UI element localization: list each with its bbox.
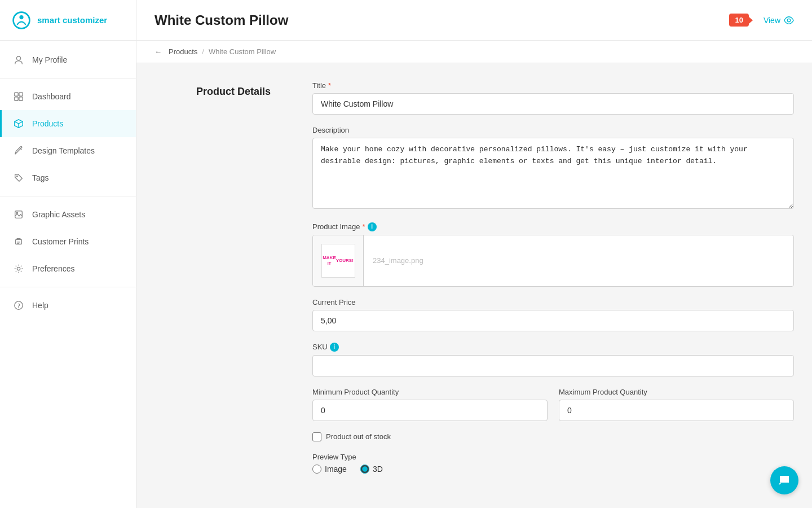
preview-3d-option[interactable]: 3D [360,465,383,474]
page-header: White Custom Pillow 10 View [136,0,812,41]
sidebar: smart customizer My Profile [0,0,136,508]
sku-input[interactable] [312,355,794,376]
image-thumbnail: MAKE IT YOURS! [313,235,364,286]
sidebar-item-customer-prints[interactable]: Customer Prints [0,228,136,255]
svg-rect-14 [782,478,787,479]
title-label: Title * [312,81,794,90]
sidebar-item-my-profile[interactable]: My Profile [0,46,136,73]
max-qty-input[interactable] [559,400,794,421]
sidebar-logo: smart customizer [0,0,136,41]
svg-point-7 [16,176,17,177]
current-price-label: Current Price [312,298,794,306]
thumbnail-preview: MAKE IT YOURS! [321,244,355,278]
sidebar-item-preferences[interactable]: Preferences [0,255,136,282]
svg-rect-3 [15,93,18,96]
preview-type-label: Preview Type [312,453,794,461]
notification-badge[interactable]: 10 [729,14,748,27]
design-icon [13,145,24,156]
user-icon [13,54,24,65]
products-icon [13,118,24,129]
svg-point-2 [16,56,20,60]
preview-3d-radio[interactable] [360,465,369,474]
help-icon [13,300,24,311]
sku-info-icon[interactable]: i [330,343,339,352]
preview-image-radio[interactable] [312,465,321,474]
image-upload-area[interactable]: MAKE IT YOURS! 234_image.png [312,235,794,287]
eye-icon [784,15,794,25]
svg-point-11 [17,267,20,270]
breadcrumb-current-page: White Custom Pillow [209,47,276,56]
main-content: White Custom Pillow 10 View ← Products /… [136,0,812,508]
current-price-input[interactable] [312,310,794,331]
min-qty-input[interactable] [312,400,548,421]
sidebar-item-products[interactable]: Products [0,110,136,137]
image-filename: 234_image.png [364,251,793,270]
tags-icon [13,172,24,183]
product-image-info-icon[interactable]: i [368,222,377,231]
product-details-section-label: Product Details [155,81,312,485]
view-button[interactable]: View [764,15,794,25]
product-form-container: Product Details Title * Description Make… [136,63,812,503]
product-form: Title * Description Make your home cozy … [312,81,794,485]
title-required-star: * [328,81,331,90]
content-area: ← Products / White Custom Pillow Product… [136,41,812,508]
sku-form-group: SKU i [312,343,794,376]
out-of-stock-checkbox[interactable] [312,432,321,441]
sidebar-item-graphic-assets[interactable]: Graphic Assets [0,201,136,228]
min-qty-label: Minimum Product Quantity [312,388,548,396]
current-price-form-group: Current Price [312,298,794,331]
chat-icon [778,474,791,487]
svg-rect-4 [19,93,23,96]
svg-point-13 [787,19,790,21]
chat-button[interactable] [770,466,798,494]
svg-point-0 [14,12,30,28]
sidebar-item-design-templates[interactable]: Design Templates [0,137,136,164]
min-qty-form-group: Minimum Product Quantity [312,388,548,421]
description-label: Description [312,126,794,134]
quantity-row: Minimum Product Quantity Maximum Product… [312,388,794,432]
title-form-group: Title * [312,81,794,115]
dashboard-icon [13,91,24,102]
product-image-form-group: Product Image * i MAKE IT YOURS! 234_ima… [312,222,794,287]
sku-label: SKU i [312,343,794,352]
app-name-label: smart customizer [37,15,107,25]
graphic-icon [13,209,24,220]
breadcrumb-back-arrow[interactable]: ← [155,47,162,56]
product-image-required-star: * [363,222,365,231]
description-form-group: Description Make your home cozy with dec… [312,126,794,211]
app-logo-icon [11,10,32,30]
out-of-stock-label[interactable]: Product out of stock [326,432,391,441]
svg-rect-5 [15,97,18,100]
svg-rect-6 [19,97,23,100]
sidebar-item-tags[interactable]: Tags [0,164,136,191]
description-textarea[interactable]: Make your home cozy with decorative pers… [312,138,794,209]
prints-icon [13,236,24,247]
preview-image-option[interactable]: Image [312,465,347,474]
svg-point-1 [19,15,23,19]
sidebar-nav: My Profile Dashboard [0,41,136,508]
preview-type-radio-group: Image 3D [312,465,794,474]
max-qty-form-group: Maximum Product Quantity [559,388,794,421]
breadcrumb-products-link[interactable]: Products [169,47,197,56]
breadcrumb: ← Products / White Custom Pillow [136,41,812,63]
breadcrumb-separator: / [202,47,204,56]
page-title: White Custom Pillow [155,12,288,28]
max-qty-label: Maximum Product Quantity [559,388,794,396]
sidebar-item-dashboard[interactable]: Dashboard [0,83,136,110]
out-of-stock-group: Product out of stock [312,432,794,441]
settings-icon [13,263,24,274]
svg-point-12 [15,301,23,309]
header-actions: 10 View [729,14,794,27]
title-input[interactable] [312,93,794,115]
product-image-label: Product Image * i [312,222,794,231]
preview-type-form-group: Preview Type Image 3D [312,453,794,474]
sidebar-item-help[interactable]: Help [0,292,136,320]
svg-rect-15 [782,480,785,481]
